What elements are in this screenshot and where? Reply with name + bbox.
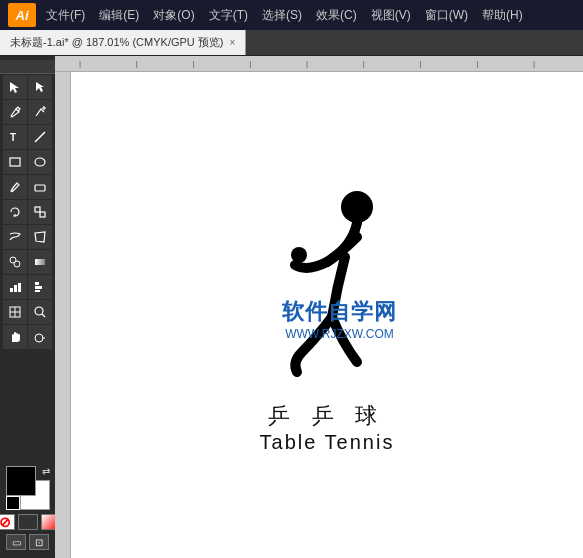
screen-mode-icon[interactable]: ⊡: [29, 534, 49, 550]
title-bar: Ai 文件(F) 编辑(E) 对象(O) 文字(T) 选择(S) 效果(C) 视…: [0, 0, 583, 30]
tab-bar: 未标题-1.ai* @ 187.01% (CMYK/GPU 预览) ×: [0, 30, 583, 56]
tool-row-4: [0, 150, 55, 174]
gradient-tool[interactable]: [28, 250, 52, 274]
color-section: ⇄ ⊘ ▭ ⊡: [0, 462, 55, 554]
tool-row-8: [0, 250, 55, 274]
add-anchor-tool[interactable]: [28, 100, 52, 124]
watermark-url: WWW.RJZXW.COM: [282, 327, 397, 341]
tab-label: 未标题-1.ai* @ 187.01% (CMYK/GPU 预览): [10, 35, 224, 50]
rect-tool[interactable]: [3, 150, 27, 174]
svg-marker-0: [10, 82, 19, 93]
watermark-site-name: 软件自学网: [282, 297, 397, 327]
svg-rect-15: [18, 283, 21, 292]
tool-row-6: [0, 200, 55, 224]
mode-icons: ⊘: [0, 514, 55, 530]
draw-mode-icon[interactable]: ▭: [6, 534, 26, 550]
table-tennis-figure: [227, 177, 427, 397]
svg-rect-16: [35, 282, 39, 285]
figure-text: 乒 乒 球 Table Tennis: [260, 401, 395, 454]
svg-point-24: [35, 334, 43, 342]
shape-builder-tool[interactable]: [3, 250, 27, 274]
svg-line-3: [35, 132, 45, 142]
direct-select-tool[interactable]: [28, 75, 52, 99]
fill-none-icon[interactable]: ⊘: [0, 514, 15, 530]
swap-colors-icon[interactable]: ⇄: [42, 466, 50, 477]
figure-container: 软件自学网 WWW.RJZXW.COM 乒 乒 球 Table Tennis: [227, 177, 427, 454]
gradient-swatch-icon[interactable]: [41, 514, 56, 530]
menu-window[interactable]: 窗口(W): [419, 4, 474, 27]
eraser-tool[interactable]: [28, 175, 52, 199]
svg-point-22: [35, 307, 43, 315]
tool-row-5: [0, 175, 55, 199]
svg-text:T: T: [10, 132, 16, 143]
svg-rect-8: [40, 212, 45, 217]
screen-mode-icons: ▭ ⊡: [6, 534, 49, 550]
paintbrush-tool[interactable]: [3, 175, 27, 199]
svg-point-11: [14, 261, 20, 267]
tool-row-2: [0, 100, 55, 124]
tool-row-10: [0, 300, 55, 324]
svg-marker-1: [36, 82, 44, 92]
line-tool[interactable]: [28, 125, 52, 149]
svg-rect-12: [35, 259, 45, 265]
svg-rect-17: [35, 286, 42, 289]
chinese-label: 乒 乒 球: [260, 401, 395, 431]
menu-object[interactable]: 对象(O): [147, 4, 200, 27]
tool-row-1: [0, 75, 55, 99]
default-colors-icon[interactable]: [6, 496, 20, 510]
tool-row-7: [0, 225, 55, 249]
canvas-area: | | | | | | | | | | | | | |: [55, 56, 583, 558]
zoom-tool[interactable]: [28, 300, 52, 324]
svg-line-23: [42, 314, 45, 317]
watermark: 软件自学网 WWW.RJZXW.COM: [282, 297, 397, 341]
free-transform-tool[interactable]: [28, 225, 52, 249]
column-graph-tool[interactable]: [3, 275, 27, 299]
svg-rect-4: [10, 158, 20, 166]
color-boxes[interactable]: ⇄: [6, 466, 50, 510]
type-tool[interactable]: T: [3, 125, 27, 149]
english-label: Table Tennis: [260, 431, 395, 454]
svg-rect-14: [14, 285, 17, 292]
tab-close-button[interactable]: ×: [230, 37, 236, 48]
svg-rect-18: [35, 290, 40, 292]
foreground-color[interactable]: [6, 466, 36, 496]
pen-tool[interactable]: [3, 100, 27, 124]
tab-document[interactable]: 未标题-1.ai* @ 187.01% (CMYK/GPU 预览) ×: [0, 30, 246, 55]
ellipse-tool[interactable]: [28, 150, 52, 174]
svg-point-5: [35, 158, 45, 166]
app-logo: Ai: [8, 3, 36, 27]
svg-marker-9: [35, 232, 45, 242]
selection-tool[interactable]: [3, 75, 27, 99]
tool-row-9: [0, 275, 55, 299]
slice-tool[interactable]: [3, 300, 27, 324]
menu-select[interactable]: 选择(S): [256, 4, 308, 27]
menu-text[interactable]: 文字(T): [203, 4, 254, 27]
svg-rect-6: [35, 185, 45, 191]
rotate-tool[interactable]: [3, 200, 27, 224]
tool-row-3: T: [0, 125, 55, 149]
measure-tool[interactable]: [28, 325, 52, 349]
menu-bar: 文件(F) 编辑(E) 对象(O) 文字(T) 选择(S) 效果(C) 视图(V…: [40, 4, 575, 27]
hand-tool[interactable]: [3, 325, 27, 349]
scale-tool[interactable]: [28, 200, 52, 224]
menu-file[interactable]: 文件(F): [40, 4, 91, 27]
svg-rect-7: [35, 207, 40, 212]
warp-tool[interactable]: [3, 225, 27, 249]
ruler-vertical: [55, 72, 71, 558]
menu-effect[interactable]: 效果(C): [310, 4, 363, 27]
tool-row-11: [0, 325, 55, 349]
svg-rect-13: [10, 288, 13, 292]
toolbar: T: [0, 56, 55, 558]
ruler-corner: [0, 60, 55, 74]
canvas-document: 软件自学网 WWW.RJZXW.COM 乒 乒 球 Table Tennis: [71, 72, 583, 558]
ruler-horizontal: | | | | | | | | | | | | | |: [55, 56, 583, 72]
menu-view[interactable]: 视图(V): [365, 4, 417, 27]
bar-graph-tool[interactable]: [28, 275, 52, 299]
main-layout: T: [0, 56, 583, 558]
stroke-color-icon[interactable]: [18, 514, 38, 530]
menu-edit[interactable]: 编辑(E): [93, 4, 145, 27]
menu-help[interactable]: 帮助(H): [476, 4, 529, 27]
